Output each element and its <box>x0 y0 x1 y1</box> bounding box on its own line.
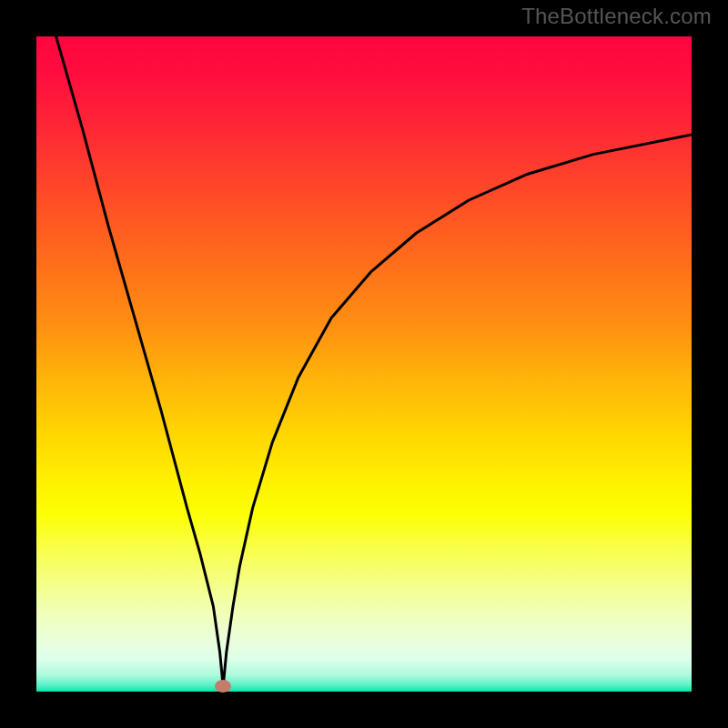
watermark-text: TheBottleneck.com <box>521 4 712 29</box>
chart-frame: TheBottleneck.com <box>0 0 728 728</box>
bottleneck-curve-path <box>56 36 692 686</box>
curve-svg <box>36 36 692 692</box>
plot-area <box>36 36 692 692</box>
